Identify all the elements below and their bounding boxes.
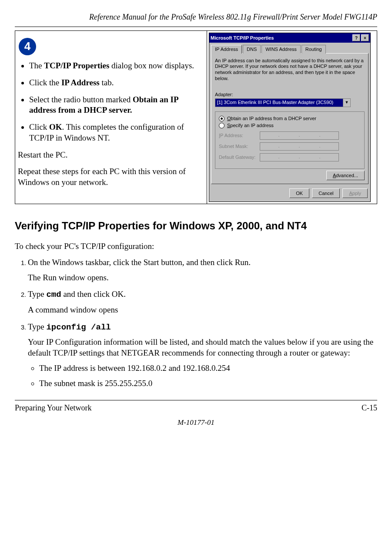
radio-specify-ip[interactable]: Specify an IP address [219,122,361,128]
gateway-row: Default Gateway: ... [219,153,361,161]
dropdown-arrow-icon[interactable]: ▼ [343,99,350,107]
step-3-subbullets: The IP address is between 192.168.0.2 an… [28,363,377,389]
radio-obtain-dhcp[interactable]: Obtain an IP address from a DHCP server [219,115,361,121]
bold-text: TCP/IP Properties [44,61,109,70]
ip-address-row: IP Address: ... [219,131,361,140]
radio-label: btain an IP address from a DHCP server [231,116,316,121]
intro-text: To check your PC's TCP/IP configuration: [15,241,377,252]
footer-rule: Preparing Your Network C-15 M-10177-01 [15,400,377,427]
adapter-label: Adapter: [215,91,365,97]
subbullet-mask: The subnet mask is 255.255.255.0 [39,378,377,389]
subnet-mask-label: Subnet Mask: [219,143,260,149]
footer-row: Preparing Your Network C-15 [15,403,377,413]
gateway-label: Default Gateway: [219,154,260,160]
steps-list: On the Windows taskbar, click the Start … [15,257,377,389]
ip-address-input: ... [260,131,339,140]
step-number-badge: 4 [19,38,36,55]
subbullet-ip: The IP address is between 192.168.0.2 an… [39,363,377,374]
cancel-button[interactable]: Cancel [312,188,340,198]
close-button[interactable]: × [361,34,369,41]
dialog-title: Microsoft TCP/IP Properties [211,35,352,41]
bullet-4: Click OK. This completes the configurati… [29,122,204,143]
ok-button[interactable]: OK [289,188,309,198]
text: Click the [29,78,61,87]
instruction-table: 4 The TCP/IP Properties dialog box now d… [15,30,377,204]
text: tab. [100,78,114,87]
underline-char: O [227,116,231,121]
repeat-paragraph: Repeat these steps for each PC with this… [18,166,204,188]
command-text: ipconfig /all [46,323,111,332]
step-subtext: Your IP Configuration information will b… [28,337,377,358]
section-heading: Verifying TCP/IP Properties for Windows … [15,219,377,232]
command-text: cmd [46,290,61,299]
tab-wins[interactable]: WINS Address [261,45,301,53]
instruction-bullets: The TCP/IP Properties dialog box now dis… [18,60,204,143]
step-text: On the Windows taskbar, click the Start … [28,258,251,267]
radio-icon [219,116,224,121]
dialog-description: An IP address can be automatically assig… [215,58,365,82]
text: Click [29,122,49,131]
text: Type [28,289,46,299]
document-header: Reference Manual for the ProSafe Wireles… [15,12,377,22]
header-rule [15,27,377,27]
dialog-button-row: OK Cancel Apply [209,186,370,202]
gateway-input: ... [260,153,339,161]
step-3: Type ipconfig /all Your IP Configuration… [28,322,377,389]
step-2: Type cmd and then click OK. A command wi… [28,289,377,315]
tab-ip-address[interactable]: IP Address [211,45,242,53]
text: dialog box now displays. [109,61,194,70]
text: and then click OK. [61,289,126,299]
apply-button[interactable]: Apply [342,188,368,198]
bold-text: OK [49,122,62,131]
ip-address-label: IP Address: [219,132,260,138]
radio-icon [219,123,224,128]
tab-routing[interactable]: Routing [302,45,326,53]
adapter-dropdown[interactable]: [1] 3Com Etherlink III PCI Bus-Master Ad… [215,98,351,107]
tcpip-dialog: Microsoft TCP/IP Properties ? × IP Addre… [209,33,371,202]
instruction-text-cell: 4 The TCP/IP Properties dialog box now d… [15,31,207,204]
text: The [29,61,44,70]
dialog-titlebar: Microsoft TCP/IP Properties ? × [209,33,370,43]
bullet-1: The TCP/IP Properties dialog box now dis… [29,60,204,71]
footer-left: Preparing Your Network [15,403,91,413]
bullet-2: Click the IP Address tab. [29,77,204,88]
radio-label: pecify an IP address [230,123,273,128]
advanced-button[interactable]: Advanced... [326,171,365,180]
dialog-tabs: IP Address DNS WINS Address Routing [209,43,370,53]
footer-right: C-15 [362,403,377,413]
text: Type [28,322,46,331]
step-1: On the Windows taskbar, click the Start … [28,257,377,283]
tab-dns[interactable]: DNS [243,45,261,53]
step-subtext: A command window opens [28,305,377,316]
subnet-mask-input: ... [260,142,339,151]
restart-paragraph: Restart the PC. [18,150,204,161]
text: Select the radio button marked [29,95,133,104]
adapter-value: [1] 3Com Etherlink III PCI Bus-Master Ad… [215,99,343,107]
bold-text: IP Address [61,78,100,87]
subnet-mask-row: Subnet Mask: ... [219,142,361,151]
ip-mode-group: Obtain an IP address from a DHCP server … [215,111,365,169]
footer-center: M-10177-01 [15,418,377,427]
step-subtext: The Run window opens. [28,272,377,283]
bullet-3: Select the radio button marked Obtain an… [29,94,204,116]
dialog-panel: An IP address can be automatically assig… [211,53,369,184]
screenshot-cell: Microsoft TCP/IP Properties ? × IP Addre… [207,31,377,204]
help-button[interactable]: ? [352,34,360,41]
